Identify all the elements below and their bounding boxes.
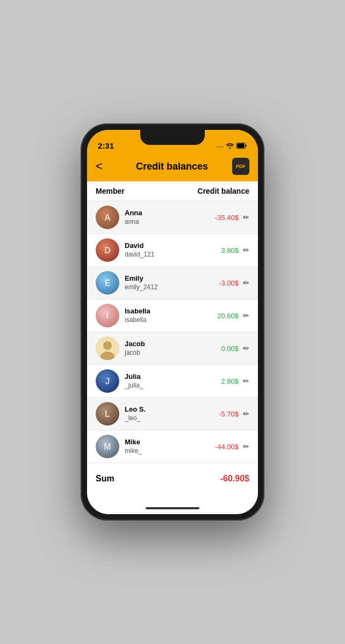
edit-icon-leo[interactable]: ✏ bbox=[243, 409, 249, 418]
pdf-icon: PDF bbox=[236, 164, 246, 169]
member-info-anna: Anna anna bbox=[119, 209, 207, 226]
member-name-jacob: Jacob bbox=[125, 340, 207, 349]
member-info-isabella: Isabella isabella bbox=[119, 307, 207, 324]
balance-area-jacob: 0.00$ ✏ bbox=[207, 344, 249, 353]
balance-amount-isabella: 20.60$ bbox=[207, 312, 239, 320]
member-row-leo: L Leo S. _leo_ -5.70$ ✏ bbox=[87, 398, 258, 430]
balance-area-david: 3.80$ ✏ bbox=[207, 246, 249, 254]
balance-amount-leo: -5.70$ bbox=[207, 410, 239, 418]
svg-text:I: I bbox=[106, 311, 109, 320]
svg-text:E: E bbox=[105, 279, 111, 288]
member-username-isabella: isabella bbox=[125, 316, 207, 325]
member-name-leo: Leo S. bbox=[125, 405, 207, 414]
member-row-isabella: I Isabella isabella 20.60$ ✏ bbox=[87, 299, 258, 332]
member-username-mike: mike_ bbox=[125, 447, 207, 456]
home-indicator bbox=[87, 502, 258, 514]
wifi-icon bbox=[226, 143, 234, 150]
member-username-julia: _julia_ bbox=[125, 382, 207, 390]
pdf-button[interactable]: PDF bbox=[232, 158, 249, 175]
member-row-jacob: Jacob jacob 0.00$ ✏ bbox=[87, 332, 258, 365]
back-button[interactable]: < bbox=[96, 159, 112, 173]
balance-amount-jacob: 0.00$ bbox=[207, 345, 239, 353]
page-title: Credit balances bbox=[112, 161, 232, 172]
avatar-julia: J bbox=[96, 369, 119, 393]
header: < Credit balances PDF bbox=[87, 153, 258, 181]
edit-icon-mike[interactable]: ✏ bbox=[243, 442, 249, 451]
edit-icon-isabella[interactable]: ✏ bbox=[243, 311, 249, 320]
avatar-mike: M bbox=[96, 435, 119, 458]
svg-text:L: L bbox=[105, 409, 110, 419]
balance-amount-anna: -35.40$ bbox=[207, 214, 239, 222]
member-row-mike: M Mike mike_ -44.00$ ✏ bbox=[87, 430, 258, 463]
avatar-emily: E bbox=[96, 271, 119, 295]
notch bbox=[140, 130, 205, 145]
balance-area-isabella: 20.60$ ✏ bbox=[207, 311, 249, 320]
status-time: 2:31 bbox=[98, 141, 114, 150]
member-name-david: David bbox=[125, 241, 207, 251]
svg-rect-1 bbox=[238, 144, 245, 148]
member-row-anna: A Anna anna -35.40$ ✏ bbox=[87, 201, 258, 234]
phone-screen: 2:31 ···· bbox=[87, 130, 258, 514]
member-name-anna: Anna bbox=[125, 209, 207, 218]
member-column-header: Member bbox=[96, 187, 125, 195]
svg-text:D: D bbox=[104, 246, 111, 255]
member-username-emily: emily_2412 bbox=[125, 283, 207, 292]
sum-label: Sum bbox=[96, 474, 114, 484]
column-headers: Member Credit balance bbox=[87, 181, 258, 201]
member-name-julia: Julia bbox=[125, 372, 207, 382]
home-bar bbox=[146, 507, 199, 509]
balance-amount-emily: -3.00$ bbox=[207, 279, 239, 287]
member-username-david: david_121 bbox=[125, 251, 207, 259]
balance-area-julia: 2.80$ ✏ bbox=[207, 377, 249, 385]
svg-text:M: M bbox=[104, 442, 111, 451]
member-row-julia: J Julia _julia_ 2.80$ ✏ bbox=[87, 365, 258, 398]
battery-icon bbox=[236, 143, 247, 150]
edit-icon-julia[interactable]: ✏ bbox=[243, 377, 249, 385]
edit-icon-david[interactable]: ✏ bbox=[243, 246, 249, 254]
svg-point-11 bbox=[103, 341, 112, 350]
sum-row: Sum -60.90$ bbox=[87, 465, 258, 492]
balance-area-emily: -3.00$ ✏ bbox=[207, 279, 249, 287]
status-icons: ···· bbox=[217, 143, 247, 150]
balance-amount-julia: 2.80$ bbox=[207, 377, 239, 385]
balance-area-anna: -35.40$ ✏ bbox=[207, 213, 249, 222]
content-area: Member Credit balance A Anna anna bbox=[87, 181, 258, 502]
avatar-david: D bbox=[96, 238, 119, 262]
member-username-anna: anna bbox=[125, 218, 207, 226]
member-info-emily: Emily emily_2412 bbox=[119, 274, 207, 291]
member-name-isabella: Isabella bbox=[125, 307, 207, 316]
signal-icon: ···· bbox=[217, 143, 224, 150]
sum-value: -60.90$ bbox=[220, 474, 249, 484]
member-info-david: David david_121 bbox=[119, 241, 207, 259]
phone-frame: 2:31 ···· bbox=[81, 123, 264, 521]
edit-icon-anna[interactable]: ✏ bbox=[243, 213, 249, 222]
balance-area-leo: -5.70$ ✏ bbox=[207, 409, 249, 418]
member-info-mike: Mike mike_ bbox=[119, 438, 207, 455]
member-name-mike: Mike bbox=[125, 438, 207, 447]
balance-column-header: Credit balance bbox=[198, 187, 249, 195]
svg-text:A: A bbox=[104, 213, 111, 222]
member-username-jacob: jacob bbox=[125, 349, 207, 357]
member-name-emily: Emily bbox=[125, 274, 207, 283]
avatar-anna: A bbox=[96, 206, 119, 229]
member-info-leo: Leo S. _leo_ bbox=[119, 405, 207, 422]
svg-text:J: J bbox=[105, 377, 110, 386]
member-info-jacob: Jacob jacob bbox=[119, 340, 207, 357]
avatar-jacob bbox=[96, 336, 119, 360]
member-row-emily: E Emily emily_2412 -3.00$ ✏ bbox=[87, 267, 258, 299]
member-info-julia: Julia _julia_ bbox=[119, 372, 207, 390]
avatar-leo: L bbox=[96, 402, 119, 426]
members-list: A Anna anna -35.40$ ✏ bbox=[87, 201, 258, 463]
member-row-david: D David david_121 3.80$ ✏ bbox=[87, 234, 258, 267]
avatar-isabella: I bbox=[96, 304, 119, 327]
edit-icon-jacob[interactable]: ✏ bbox=[243, 344, 249, 353]
balance-area-mike: -44.00$ ✏ bbox=[207, 442, 249, 451]
balance-amount-david: 3.80$ bbox=[207, 246, 239, 254]
member-username-leo: _leo_ bbox=[125, 414, 207, 423]
balance-amount-mike: -44.00$ bbox=[207, 443, 239, 451]
edit-icon-emily[interactable]: ✏ bbox=[243, 279, 249, 287]
